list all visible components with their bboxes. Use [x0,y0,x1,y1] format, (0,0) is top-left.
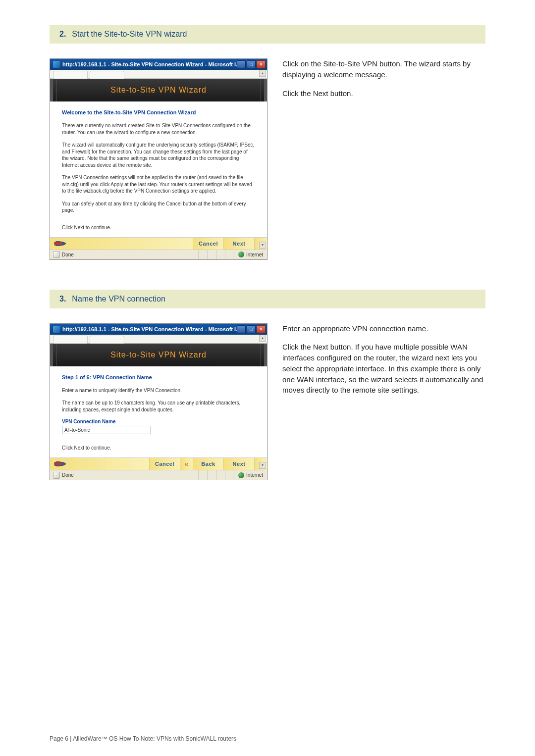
ie-icon [53,61,60,68]
wizard-para-4: You can safely abort at any time by clic… [62,201,255,214]
tab-1[interactable] [53,71,88,79]
scroll-down-icon[interactable]: ▾ [259,462,266,469]
status-internet-text: Internet [246,252,263,257]
status-cell [198,250,207,259]
maximize-button[interactable]: □ [247,325,256,333]
status-done: Done [50,251,198,258]
wizard-heading: Step 1 of 6: VPN Connection Name [62,374,255,380]
wizard-button-bar: Cancel « Back Next » [50,457,267,470]
step-2-number: 2. [59,30,66,39]
wizard-banner: Site-to-Site VPN Wizard [50,344,267,366]
status-done-text: Done [62,472,74,478]
click-next-text: Click Next to continue. [62,445,255,451]
step2-instructions: Click on the Site-to-Site VPN button. Th… [282,58,485,260]
wizard-para-3: The VPN Connection settings will not be … [62,174,255,195]
wizard-para-1: There are currently no wizard-created Si… [62,122,255,136]
status-cell [225,470,234,480]
status-page-icon [53,251,60,258]
close-button[interactable]: × [257,325,266,333]
step-3-title: Name the VPN connection [72,295,165,303]
logo-swoosh-icon [54,461,68,467]
status-page-icon [53,472,60,479]
statusbar: Done Internet [50,470,267,480]
status-cell [216,250,225,259]
step-3-content: http://192.168.1.1 - Site-to-Site VPN Co… [50,323,485,481]
button-bar-logo-area [50,238,193,250]
instruction-p2: Click the Next button. If you have multi… [282,342,485,396]
scroll-down-icon[interactable]: ▾ [259,242,266,249]
back-arrow-icon[interactable]: « [180,458,193,470]
cancel-button[interactable]: Cancel [193,238,223,250]
scroll-up-icon[interactable]: ▴ [259,70,266,77]
minimize-button[interactable]: _ [237,325,246,333]
conn-name-input[interactable] [62,426,151,434]
wizard-heading: Welcome to the Site-to-Site VPN Connecti… [62,109,255,115]
wizard-main: Step 1 of 6: VPN Connection Name Enter a… [50,366,267,458]
back-button[interactable]: Back [193,458,223,470]
wizard-para-2: The name can be up to 19 characters long… [62,400,255,413]
status-cells [198,250,234,259]
wizard-para-2: The wizard will automatically configure … [62,142,255,168]
status-done: Done [50,472,198,479]
wizard-para-1: Enter a name to uniquely identify the VP… [62,387,255,394]
status-done-text: Done [62,252,74,257]
ie-icon [53,326,60,333]
step-3-number: 3. [59,295,66,303]
minimize-button[interactable]: _ [237,60,246,68]
globe-icon [238,252,244,257]
status-cell [207,250,216,259]
step-2-content: http://192.168.1.1 - Site-to-Site VPN Co… [50,58,485,260]
instruction-p1: Click on the Site-to-Site VPN button. Th… [282,58,485,80]
step-3-header: 3. Name the VPN connection [50,290,485,308]
wizard-button-bar: Cancel Next » [50,237,267,250]
status-cell [216,470,225,480]
step3-instructions: Enter an appropriate VPN connection name… [282,323,485,481]
window-titlebar: http://192.168.1.1 - Site-to-Site VPN Co… [50,324,267,335]
window-buttons: _ □ × [237,325,266,333]
wizard-window-step2: http://192.168.1.1 - Site-to-Site VPN Co… [50,58,268,260]
status-internet: Internet [234,252,267,257]
next-button[interactable]: Next [223,238,254,250]
tab-1[interactable] [53,336,88,344]
wizard-banner: Site-to-Site VPN Wizard [50,79,267,101]
step-2-header: 2. Start the Site-to-Site VPN wizard [50,25,485,44]
tabs-row [50,70,267,79]
scroll-up-icon[interactable]: ▴ [259,335,266,342]
instruction-p2: Click the Next button. [282,88,485,99]
close-button[interactable]: × [257,60,266,68]
tabs-row [50,335,267,344]
click-next-text: Click Next to continue. [62,225,255,230]
status-internet-text: Internet [246,472,263,478]
tab-2[interactable] [90,336,124,344]
wizard-window-step3: http://192.168.1.1 - Site-to-Site VPN Co… [50,323,268,481]
instruction-p1: Enter an appropriate VPN connection name… [282,323,485,334]
window-buttons: _ □ × [237,60,266,68]
status-cell [198,470,207,480]
page-footer: Page 6 | AlliedWare™ OS How To Note: VPN… [50,731,485,742]
conn-name-label: VPN Connection Name [62,419,255,424]
maximize-button[interactable]: □ [247,60,256,68]
logo-swoosh-icon [54,241,68,247]
status-cells [198,470,234,480]
wizard-main: Welcome to the Site-to-Site VPN Connecti… [50,101,267,237]
statusbar: Done Internet [50,250,267,259]
window-titlebar: http://192.168.1.1 - Site-to-Site VPN Co… [50,59,267,70]
window-title: http://192.168.1.1 - Site-to-Site VPN Co… [62,326,237,332]
status-internet: Internet [234,472,267,478]
status-cell [225,250,234,259]
button-bar-logo-area [50,458,149,470]
window-title: http://192.168.1.1 - Site-to-Site VPN Co… [62,61,237,67]
next-button[interactable]: Next [223,458,254,470]
tab-2[interactable] [90,71,124,79]
step-2-title: Start the Site-to-Site VPN wizard [72,30,187,39]
cancel-button[interactable]: Cancel [149,458,180,470]
globe-icon [238,472,244,478]
status-cell [207,470,216,480]
